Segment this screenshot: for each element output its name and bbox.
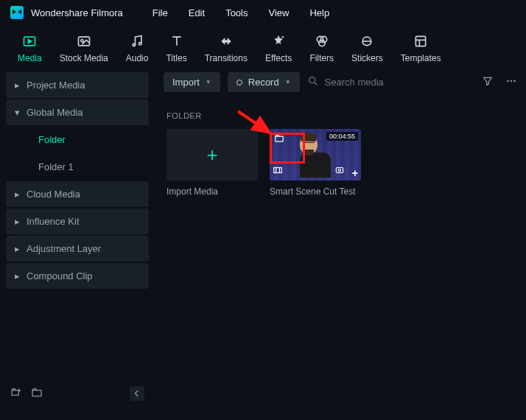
tab-label: Transitions [205,53,248,63]
app-title: Wondershare Filmora [31,7,123,18]
tree-label: Influence Kit [27,216,80,227]
title-bar: Wondershare Filmora File Edit Tools View… [0,0,526,25]
tab-filters[interactable]: Filters [309,34,334,63]
clip-thumbnail[interactable]: 00:04:55 + [270,129,361,181]
tab-media[interactable]: Media [18,34,42,63]
svg-line-17 [315,83,317,85]
clip-duration: 00:04:55 [326,132,358,141]
tree-label: Folder [38,134,66,145]
svg-point-20 [513,80,516,83]
more-options-icon[interactable] [505,75,517,89]
media-grid: + Import Media 00:04:55 + Smart [164,129,517,197]
app-logo-icon [10,6,24,19]
tab-templates[interactable]: Templates [401,34,441,63]
collapse-sidebar-button[interactable] [130,386,144,401]
effects-icon [270,34,287,49]
tree-folder-1[interactable]: Folder 1 [6,154,149,180]
tab-transitions[interactable]: Transitions [205,34,248,63]
import-media-dropzone[interactable]: + [166,129,258,181]
workspace: ▸Project Media ▾Global Media Folder Fold… [0,66,526,413]
svg-point-26 [338,169,341,172]
menu-view[interactable]: View [268,7,289,18]
filter-icon[interactable] [482,75,494,89]
tab-label: Effects [265,53,292,63]
svg-rect-25 [336,168,343,173]
folder-overlay-icon[interactable] [274,133,284,146]
svg-rect-9 [415,36,425,46]
main-panel: Import▼ Record▼ FOLDER + Import Media [155,66,526,413]
tree-cloud-media[interactable]: ▸Cloud Media [6,181,149,207]
sidebar: ▸Project Media ▾Global Media Folder Fold… [0,66,155,413]
section-header: FOLDER [164,98,517,129]
svg-rect-15 [32,390,41,396]
menu-edit[interactable]: Edit [189,7,205,18]
chevron-right-icon: ▸ [15,216,21,227]
tree-label: Project Media [27,80,85,91]
svg-point-4 [139,43,141,45]
svg-rect-21 [276,136,284,141]
tree-label: Compound Clip [27,270,93,281]
filmstrip-overlay-icon[interactable] [273,165,283,178]
tab-label: Templates [401,53,441,63]
tree-adjustment-layer[interactable]: ▸Adjustment Layer [6,236,149,262]
import-media-card: + Import Media [166,129,258,197]
tree-project-media[interactable]: ▸Project Media [6,72,149,98]
search-input[interactable] [325,77,421,88]
tab-label: Stickers [351,53,383,63]
templates-icon [413,34,429,49]
import-button[interactable]: Import▼ [164,72,220,92]
record-icon [236,80,242,85]
record-button[interactable]: Record▼ [228,72,300,92]
circle-overlay-icon[interactable] [334,165,345,178]
media-icon [21,34,38,49]
tab-titles[interactable]: Titles [166,34,186,63]
svg-point-5 [282,36,284,38]
top-tabs: Media Stock Media Audio Titles Transitio… [0,25,526,66]
svg-point-3 [133,43,135,46]
tab-effects[interactable]: Effects [265,34,292,63]
svg-point-2 [81,40,83,42]
tab-audio[interactable]: Audio [126,34,149,63]
svg-point-16 [309,77,315,83]
chevron-right-icon: ▸ [15,189,21,200]
tree-folder[interactable]: Folder [6,127,149,153]
menu-file[interactable]: File [152,7,168,18]
svg-point-19 [511,80,513,83]
audio-icon [129,34,145,49]
tab-label: Stock Media [60,53,108,63]
new-folder-plus-icon[interactable] [10,387,22,401]
add-overlay-icon[interactable]: + [352,167,358,179]
button-label: Import [172,77,200,88]
menu-help[interactable]: Help [309,7,329,18]
tree-compound-clip[interactable]: ▸Compound Clip [6,263,149,289]
chevron-down-icon: ▾ [15,107,21,118]
chevron-down-icon: ▼ [285,79,291,85]
titles-icon [169,34,185,49]
menu-tools[interactable]: Tools [225,7,248,18]
tree-label: Adjustment Layer [27,243,101,254]
tree-global-media[interactable]: ▾Global Media [6,99,149,125]
tab-stock-media[interactable]: Stock Media [60,34,108,63]
tree-label: Global Media [27,107,83,118]
svg-rect-12 [12,390,18,395]
tree-influence-kit[interactable]: ▸Influence Kit [6,209,149,234]
chevron-right-icon: ▸ [15,270,21,281]
tab-label: Media [18,53,42,63]
card-label: Import Media [166,186,258,197]
chevron-right-icon: ▸ [15,80,21,91]
tab-label: Audio [126,53,149,63]
media-clip-card: 00:04:55 + Smart Scene Cut Test [270,129,361,197]
tab-label: Titles [166,53,186,63]
card-label: Smart Scene Cut Test [270,186,361,197]
plus-icon: + [206,144,217,167]
button-label: Record [248,77,279,88]
thumbnail-person [300,135,331,178]
chevron-right-icon: ▸ [15,243,21,254]
tree-label: Folder 1 [38,161,74,172]
stock-media-icon [76,34,92,49]
filters-icon [314,34,330,49]
tab-label: Filters [309,53,334,63]
svg-point-18 [507,80,509,83]
folder-icon[interactable] [31,387,43,401]
tab-stickers[interactable]: Stickers [351,34,383,63]
